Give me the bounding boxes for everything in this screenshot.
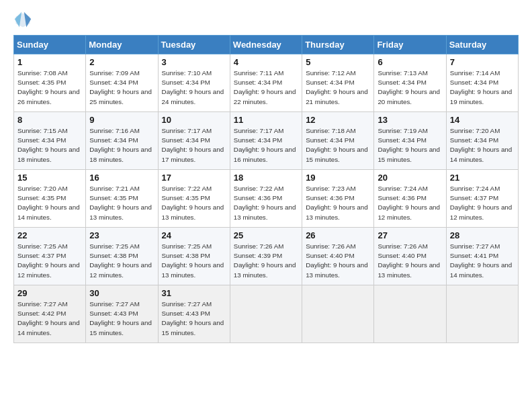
day-cell: 4 Sunrise: 7:11 AM Sunset: 4:34 PM Dayli… bbox=[230, 54, 302, 112]
day-cell: 20 Sunrise: 7:24 AM Sunset: 4:36 PM Dayl… bbox=[374, 170, 446, 228]
day-cell: 23 Sunrise: 7:25 AM Sunset: 4:38 PM Dayl… bbox=[86, 228, 158, 285]
day-number: 27 bbox=[378, 230, 442, 240]
day-number: 14 bbox=[450, 115, 515, 125]
day-info: Sunrise: 7:27 AM Sunset: 4:42 PM Dayligh… bbox=[17, 300, 82, 338]
day-cell: 25 Sunrise: 7:26 AM Sunset: 4:39 PM Dayl… bbox=[230, 228, 302, 285]
header-sunday: Sunday bbox=[14, 36, 86, 54]
header-tuesday: Tuesday bbox=[158, 36, 230, 54]
day-info: Sunrise: 7:10 AM Sunset: 4:34 PM Dayligh… bbox=[162, 68, 226, 107]
day-cell: 24 Sunrise: 7:25 AM Sunset: 4:38 PM Dayl… bbox=[158, 228, 230, 285]
day-info: Sunrise: 7:16 AM Sunset: 4:34 PM Dayligh… bbox=[89, 126, 154, 165]
day-cell: 21 Sunrise: 7:24 AM Sunset: 4:37 PM Dayl… bbox=[446, 170, 518, 228]
day-info: Sunrise: 7:20 AM Sunset: 4:35 PM Dayligh… bbox=[17, 184, 82, 222]
day-info: Sunrise: 7:15 AM Sunset: 4:34 PM Dayligh… bbox=[17, 126, 82, 165]
day-info: Sunrise: 7:24 AM Sunset: 4:37 PM Dayligh… bbox=[450, 184, 515, 222]
day-number: 6 bbox=[378, 57, 442, 67]
day-info: Sunrise: 7:27 AM Sunset: 4:41 PM Dayligh… bbox=[450, 242, 515, 280]
header-thursday: Thursday bbox=[302, 36, 374, 54]
day-cell: 19 Sunrise: 7:23 AM Sunset: 4:36 PM Dayl… bbox=[302, 170, 374, 228]
day-number: 5 bbox=[306, 57, 370, 67]
day-info: Sunrise: 7:22 AM Sunset: 4:36 PM Dayligh… bbox=[234, 184, 298, 222]
header-saturday: Saturday bbox=[446, 36, 518, 54]
day-cell bbox=[446, 285, 518, 343]
day-info: Sunrise: 7:22 AM Sunset: 4:35 PM Dayligh… bbox=[162, 184, 226, 222]
day-cell: 27 Sunrise: 7:26 AM Sunset: 4:40 PM Dayl… bbox=[374, 228, 446, 285]
day-number: 25 bbox=[234, 230, 298, 240]
day-info: Sunrise: 7:26 AM Sunset: 4:39 PM Dayligh… bbox=[234, 242, 298, 280]
day-info: Sunrise: 7:25 AM Sunset: 4:38 PM Dayligh… bbox=[162, 242, 226, 280]
day-number: 15 bbox=[17, 173, 82, 183]
day-cell: 6 Sunrise: 7:13 AM Sunset: 4:34 PM Dayli… bbox=[374, 54, 446, 112]
day-info: Sunrise: 7:27 AM Sunset: 4:43 PM Dayligh… bbox=[162, 300, 226, 338]
day-info: Sunrise: 7:27 AM Sunset: 4:43 PM Dayligh… bbox=[89, 300, 154, 338]
day-info: Sunrise: 7:25 AM Sunset: 4:37 PM Dayligh… bbox=[17, 242, 82, 280]
day-cell: 5 Sunrise: 7:12 AM Sunset: 4:34 PM Dayli… bbox=[302, 54, 374, 112]
day-cell: 29 Sunrise: 7:27 AM Sunset: 4:42 PM Dayl… bbox=[14, 285, 86, 343]
day-number: 7 bbox=[450, 57, 515, 67]
day-info: Sunrise: 7:13 AM Sunset: 4:34 PM Dayligh… bbox=[378, 68, 442, 107]
day-number: 11 bbox=[234, 115, 298, 125]
calendar-header-row: SundayMondayTuesdayWednesdayThursdayFrid… bbox=[14, 36, 519, 54]
day-number: 10 bbox=[162, 115, 226, 125]
day-cell: 18 Sunrise: 7:22 AM Sunset: 4:36 PM Dayl… bbox=[230, 170, 302, 228]
week-row-1: 1 Sunrise: 7:08 AM Sunset: 4:35 PM Dayli… bbox=[14, 54, 519, 112]
day-info: Sunrise: 7:24 AM Sunset: 4:36 PM Dayligh… bbox=[378, 184, 442, 222]
day-number: 2 bbox=[89, 57, 154, 67]
day-info: Sunrise: 7:14 AM Sunset: 4:34 PM Dayligh… bbox=[450, 68, 515, 107]
day-info: Sunrise: 7:18 AM Sunset: 4:34 PM Dayligh… bbox=[306, 126, 370, 165]
day-cell: 3 Sunrise: 7:10 AM Sunset: 4:34 PM Dayli… bbox=[158, 54, 230, 112]
day-cell: 10 Sunrise: 7:17 AM Sunset: 4:34 PM Dayl… bbox=[158, 112, 230, 170]
day-number: 21 bbox=[450, 173, 515, 183]
day-cell bbox=[374, 285, 446, 343]
day-info: Sunrise: 7:17 AM Sunset: 4:34 PM Dayligh… bbox=[234, 126, 298, 165]
day-number: 26 bbox=[306, 230, 370, 240]
day-cell: 15 Sunrise: 7:20 AM Sunset: 4:35 PM Dayl… bbox=[14, 170, 86, 228]
day-cell: 7 Sunrise: 7:14 AM Sunset: 4:34 PM Dayli… bbox=[446, 54, 518, 112]
day-info: Sunrise: 7:19 AM Sunset: 4:34 PM Dayligh… bbox=[378, 126, 442, 165]
day-number: 29 bbox=[17, 288, 82, 298]
day-cell: 16 Sunrise: 7:21 AM Sunset: 4:35 PM Dayl… bbox=[86, 170, 158, 228]
day-cell: 11 Sunrise: 7:17 AM Sunset: 4:34 PM Dayl… bbox=[230, 112, 302, 170]
day-number: 4 bbox=[234, 57, 298, 67]
day-cell bbox=[302, 285, 374, 343]
day-number: 16 bbox=[89, 173, 154, 183]
day-info: Sunrise: 7:17 AM Sunset: 4:34 PM Dayligh… bbox=[162, 126, 226, 165]
day-number: 20 bbox=[378, 173, 442, 183]
day-cell: 1 Sunrise: 7:08 AM Sunset: 4:35 PM Dayli… bbox=[14, 54, 86, 112]
day-cell: 26 Sunrise: 7:26 AM Sunset: 4:40 PM Dayl… bbox=[302, 228, 374, 285]
day-info: Sunrise: 7:11 AM Sunset: 4:34 PM Dayligh… bbox=[234, 68, 298, 107]
day-info: Sunrise: 7:25 AM Sunset: 4:38 PM Dayligh… bbox=[89, 242, 154, 280]
day-number: 28 bbox=[450, 230, 515, 240]
day-cell: 31 Sunrise: 7:27 AM Sunset: 4:43 PM Dayl… bbox=[158, 285, 230, 343]
day-number: 31 bbox=[162, 288, 226, 298]
week-row-3: 15 Sunrise: 7:20 AM Sunset: 4:35 PM Dayl… bbox=[14, 170, 519, 228]
day-number: 22 bbox=[17, 230, 82, 240]
day-cell bbox=[230, 285, 302, 343]
day-info: Sunrise: 7:21 AM Sunset: 4:35 PM Dayligh… bbox=[89, 184, 154, 222]
day-info: Sunrise: 7:26 AM Sunset: 4:40 PM Dayligh… bbox=[306, 242, 370, 280]
day-number: 1 bbox=[17, 57, 82, 67]
day-cell: 14 Sunrise: 7:20 AM Sunset: 4:34 PM Dayl… bbox=[446, 112, 518, 170]
logo bbox=[13, 11, 34, 30]
week-row-5: 29 Sunrise: 7:27 AM Sunset: 4:42 PM Dayl… bbox=[14, 285, 519, 343]
day-number: 3 bbox=[162, 57, 226, 67]
day-cell: 13 Sunrise: 7:19 AM Sunset: 4:34 PM Dayl… bbox=[374, 112, 446, 170]
day-info: Sunrise: 7:08 AM Sunset: 4:35 PM Dayligh… bbox=[17, 68, 82, 107]
day-number: 18 bbox=[234, 173, 298, 183]
day-cell: 17 Sunrise: 7:22 AM Sunset: 4:35 PM Dayl… bbox=[158, 170, 230, 228]
day-cell: 28 Sunrise: 7:27 AM Sunset: 4:41 PM Dayl… bbox=[446, 228, 518, 285]
calendar-table: SundayMondayTuesdayWednesdayThursdayFrid… bbox=[13, 35, 519, 343]
day-cell: 9 Sunrise: 7:16 AM Sunset: 4:34 PM Dayli… bbox=[86, 112, 158, 170]
day-cell: 12 Sunrise: 7:18 AM Sunset: 4:34 PM Dayl… bbox=[302, 112, 374, 170]
header-friday: Friday bbox=[374, 36, 446, 54]
page-header bbox=[13, 11, 519, 30]
day-number: 8 bbox=[17, 115, 82, 125]
day-info: Sunrise: 7:12 AM Sunset: 4:34 PM Dayligh… bbox=[306, 68, 370, 107]
week-row-4: 22 Sunrise: 7:25 AM Sunset: 4:37 PM Dayl… bbox=[14, 228, 519, 285]
day-number: 24 bbox=[162, 230, 226, 240]
day-info: Sunrise: 7:23 AM Sunset: 4:36 PM Dayligh… bbox=[306, 184, 370, 222]
day-number: 17 bbox=[162, 173, 226, 183]
header-monday: Monday bbox=[86, 36, 158, 54]
day-number: 12 bbox=[306, 115, 370, 125]
day-number: 13 bbox=[378, 115, 442, 125]
